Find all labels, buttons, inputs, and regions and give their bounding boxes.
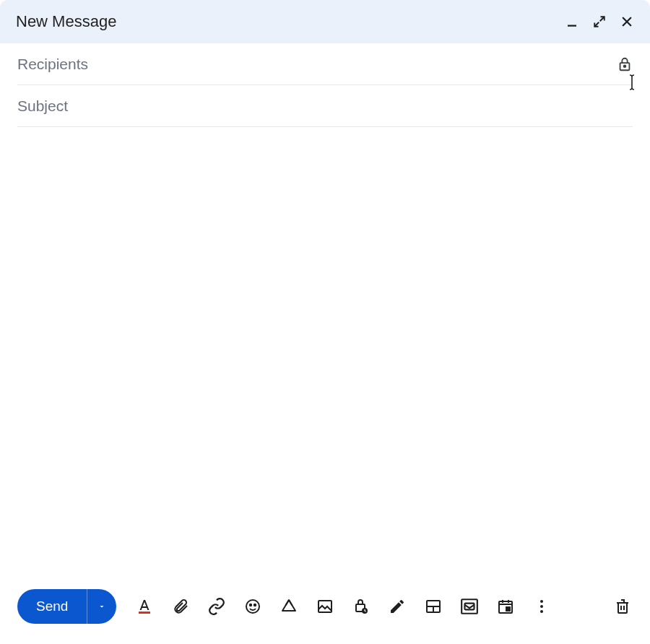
send-group: Send — [17, 589, 116, 624]
message-body[interactable] — [17, 139, 633, 567]
svg-point-4 — [246, 600, 259, 613]
svg-point-2 — [624, 65, 626, 67]
send-button[interactable]: Send — [17, 589, 87, 624]
followup-button[interactable] — [460, 597, 479, 616]
body-area — [0, 127, 650, 579]
confidential-icon — [352, 598, 370, 615]
image-icon — [316, 598, 334, 615]
dropdown-icon — [98, 602, 106, 611]
compose-window: New Message Send — [0, 0, 650, 644]
schedule-button[interactable] — [496, 597, 515, 616]
lock-icon — [617, 56, 633, 72]
subject-input[interactable] — [17, 97, 633, 115]
svg-rect-14 — [506, 607, 510, 611]
image-button[interactable] — [316, 597, 334, 616]
formatting-button[interactable] — [135, 597, 154, 616]
svg-point-16 — [540, 605, 543, 608]
toolbar-icons — [135, 597, 551, 616]
svg-rect-18 — [618, 603, 627, 613]
link-icon — [207, 597, 226, 616]
followup-icon — [460, 597, 479, 616]
discard-button[interactable] — [614, 597, 633, 616]
recipients-row — [17, 43, 633, 85]
svg-point-15 — [540, 600, 543, 603]
svg-rect-3 — [139, 612, 150, 614]
more-icon — [533, 598, 550, 615]
minimize-icon — [566, 15, 578, 28]
expand-icon — [593, 15, 606, 28]
header-title: New Message — [16, 12, 116, 31]
emoji-icon — [244, 598, 261, 615]
close-icon — [620, 15, 633, 28]
encryption-button[interactable] — [617, 56, 633, 72]
emoji-button[interactable] — [243, 597, 262, 616]
signature-icon — [389, 598, 406, 615]
svg-point-5 — [250, 604, 251, 606]
format-text-icon — [136, 598, 153, 615]
attach-button[interactable] — [171, 597, 190, 616]
drive-button[interactable] — [280, 597, 298, 616]
confidential-button[interactable] — [352, 597, 370, 616]
send-options-button[interactable] — [87, 589, 116, 624]
attach-icon — [172, 598, 189, 615]
compose-header: New Message — [0, 0, 650, 43]
svg-point-6 — [254, 604, 256, 606]
layout-button[interactable] — [424, 597, 443, 616]
header-controls — [565, 14, 634, 29]
expand-button[interactable] — [592, 14, 607, 29]
drive-icon — [280, 598, 298, 615]
minimize-button[interactable] — [565, 14, 579, 29]
compose-toolbar: Send — [0, 579, 650, 644]
link-button[interactable] — [207, 597, 226, 616]
signature-button[interactable] — [388, 597, 407, 616]
close-button[interactable] — [620, 14, 634, 29]
svg-point-17 — [540, 610, 543, 613]
trash-icon — [614, 598, 631, 615]
more-options-button[interactable] — [532, 597, 551, 616]
svg-rect-0 — [568, 25, 576, 27]
layout-icon — [425, 598, 442, 615]
subject-row — [17, 85, 633, 127]
schedule-icon — [497, 598, 514, 615]
recipients-input[interactable] — [17, 56, 617, 73]
fields-area — [0, 43, 650, 127]
